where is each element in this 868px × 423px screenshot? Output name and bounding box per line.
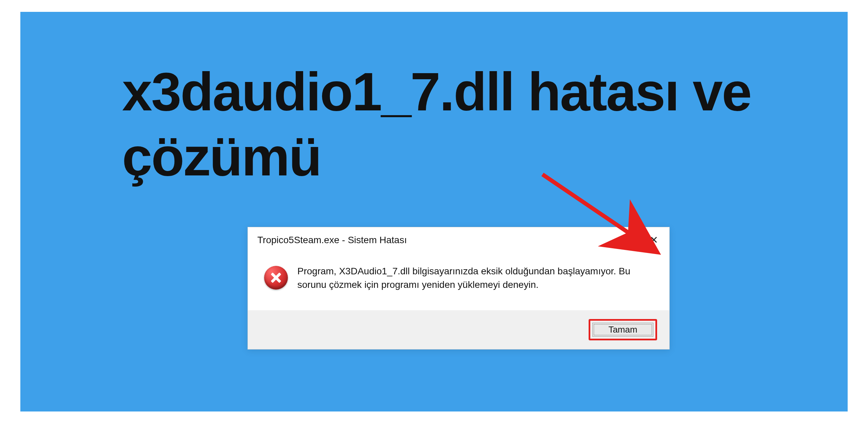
ok-button[interactable]: Tamam — [592, 323, 653, 337]
error-dialog: Tropico5Steam.exe - Sistem Hatası ✕ Prog… — [248, 227, 670, 350]
headline-text: x3daudio1_7.dll hatası ve çözümü — [122, 59, 766, 189]
slide-canvas: x3daudio1_7.dll hatası ve çözümü Tropico… — [20, 12, 848, 411]
dialog-footer: Tamam — [248, 310, 669, 349]
dialog-body: Program, X3DAudio1_7.dll bilgisayarınızd… — [248, 251, 669, 310]
close-icon[interactable]: ✕ — [646, 233, 661, 248]
error-icon — [264, 266, 288, 290]
dialog-message: Program, X3DAudio1_7.dll bilgisayarınızd… — [297, 265, 643, 292]
dialog-title: Tropico5Steam.exe - Sistem Hatası — [257, 235, 407, 246]
dialog-titlebar[interactable]: Tropico5Steam.exe - Sistem Hatası ✕ — [248, 227, 669, 251]
ok-button-highlight: Tamam — [589, 319, 657, 340]
